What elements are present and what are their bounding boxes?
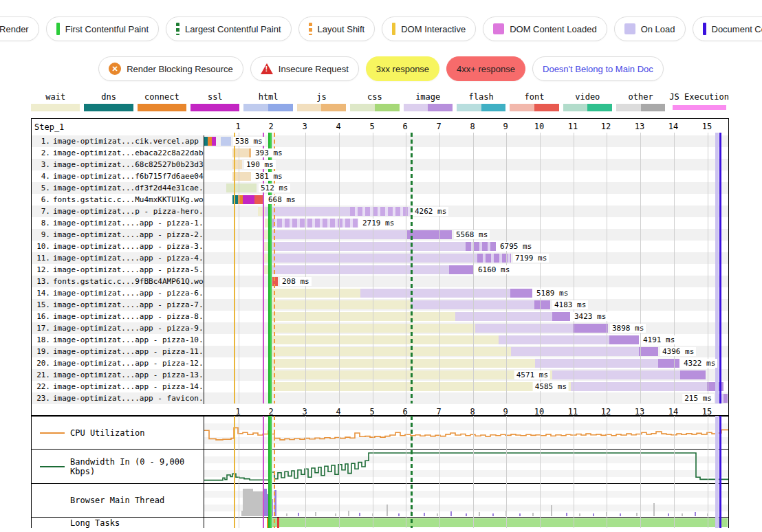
request-bar-segment-img_l <box>552 370 680 379</box>
request-url: image-optimizat....app - pizza-9.jpg <box>53 324 204 333</box>
axis-tick: 7 <box>436 407 441 417</box>
flag-pill-3xx-response[interactable]: 3xx response <box>366 56 439 81</box>
request-bar-track: 4183 ms <box>204 299 728 311</box>
request-number: 22. <box>32 381 50 392</box>
request-bar-segment-img_stripe_d <box>477 254 511 263</box>
request-duration: 3423 ms <box>572 312 608 321</box>
legend-label: Start Render <box>0 24 29 34</box>
request-label: 21.image-optimizat...app - pizza-13.jpg <box>32 369 204 381</box>
axis-tick: 12 <box>601 407 611 417</box>
request-bar-segment-wait <box>269 289 360 298</box>
request-duration: 5568 ms <box>454 230 490 239</box>
request-bar-segment-img_l <box>499 335 609 344</box>
request-url: image-optimizat...f6b715f7d6aee04.js <box>53 172 204 181</box>
main-thread-activity-bar <box>593 513 594 516</box>
legend-pill-start-render[interactable]: Start Render <box>0 16 39 41</box>
request-bar-segment-img_d <box>449 265 474 274</box>
legend-label: Largest Contentful Paint <box>185 24 281 34</box>
request-row[interactable]: 12.image-optimizat....app - pizza-5.jpg6… <box>32 264 728 276</box>
flag-pill-4xx-response[interactable]: 4xx+ response <box>446 56 525 81</box>
request-url: image-optimizat....app - pizza-8.jpg <box>53 312 204 321</box>
request-label: 19.image-optimizat...app - pizza-11.jpg <box>32 346 204 357</box>
request-row[interactable]: 16.image-optimizat....app - pizza-8.jpg3… <box>32 311 728 322</box>
main-thread-activity-bar <box>566 513 567 516</box>
request-duration: 381 ms <box>253 172 285 181</box>
request-url: image-optimizat...p - pizza-hero.jpg <box>53 207 204 216</box>
main-thread-activity-bar <box>272 499 273 516</box>
resource-color-swatch <box>350 104 399 111</box>
request-label: 22.image-optimizat...app - pizza-14.jpg <box>32 381 204 392</box>
request-row[interactable]: 8.image-optimizat....app - pizza-1.jpg27… <box>32 217 728 229</box>
resource-color-swatch <box>84 104 133 111</box>
legend-pill-layout-shift[interactable]: Layout Shift <box>298 16 375 41</box>
legend-pill-document-complete[interactable]: Document Complete <box>693 16 762 41</box>
request-bar-track: 6160 ms <box>204 264 728 276</box>
resource-color-swatch <box>616 104 665 111</box>
request-bar-segment-wait <box>269 335 499 344</box>
request-number: 18. <box>32 334 50 346</box>
request-bar-segment-img_d <box>407 230 452 239</box>
layout-shift-icon <box>309 23 312 35</box>
resource-legend-label: connect <box>144 92 179 102</box>
resource-legend-ssl: ssl <box>190 92 239 111</box>
request-row[interactable]: 11.image-optimizat....app - pizza-4.jpg7… <box>32 252 728 264</box>
request-row[interactable]: 6.fonts.gstatic.c...Mu4mxKKTU1Kg.woff266… <box>32 194 728 206</box>
request-url: image-optimizat....app - pizza-3.jpg <box>53 242 204 251</box>
request-label: 8.image-optimizat....app - pizza-1.jpg <box>32 217 204 229</box>
request-bar-segment-wait <box>265 219 270 228</box>
request-duration: 4322 ms <box>682 359 717 368</box>
request-row[interactable]: 19.image-optimizat...app - pizza-11.jpg4… <box>32 346 728 357</box>
legend-pill-largest-contentful-paint[interactable]: Largest Contentful Paint <box>166 16 291 41</box>
request-row[interactable]: 23.image-optimizat....app - favicon.ico2… <box>32 392 728 404</box>
main-thread-activity-bar <box>532 513 534 516</box>
resource-legend-label: css <box>367 92 382 102</box>
waterfall-top-axis: Step_1123456789101112131415 <box>32 119 728 135</box>
resource-legend-label: js <box>316 92 326 102</box>
request-row[interactable]: 2.image-optimizat...ebaca22c8a22dab.js39… <box>32 147 728 159</box>
request-label: 10.image-optimizat....app - pizza-3.jpg <box>32 241 204 252</box>
request-row[interactable]: 1.image-optimizat...cik.vercel.app - /53… <box>32 135 728 147</box>
request-bar-segment-img_stripe_d <box>466 242 496 251</box>
request-row[interactable]: 15.image-optimizat....app - pizza-7.jpg4… <box>32 299 728 311</box>
flag-pill-doesn-t-belong-to-main-doc[interactable]: Doesn't Belong to Main Doc <box>532 56 664 81</box>
axis-tick: 9 <box>503 122 508 131</box>
request-row[interactable]: 14.image-optimizat....app - pizza-6.jpg5… <box>32 287 728 299</box>
request-row[interactable]: 9.image-optimizat....app - pizza-2.jpg55… <box>32 229 728 241</box>
request-row[interactable]: 10.image-optimizat....app - pizza-3.jpg6… <box>32 241 728 252</box>
bandwidth-in-section-label: Bandwidth In (0 - 9,000 Kbps) <box>32 450 204 483</box>
legend-label: On Load <box>641 24 675 34</box>
legend-pill-first-contentful-paint[interactable]: First Contentful Paint <box>46 16 159 41</box>
resource-legend-label: html <box>259 92 279 102</box>
request-bar-segment-font_d <box>270 277 278 286</box>
request-number: 1. <box>32 135 50 147</box>
axis-tick: 3 <box>302 122 307 131</box>
legend-pill-dom-interactive[interactable]: DOM Interactive <box>382 16 476 41</box>
request-row[interactable]: 18.image-optimizat...app - pizza-10.jpg4… <box>32 334 728 346</box>
bandwidth-in-line <box>204 450 728 483</box>
flag-pill-insecure-request[interactable]: !Insecure Request <box>250 56 359 81</box>
request-row[interactable]: 17.image-optimizat....app - pizza-9.jpg3… <box>32 322 728 334</box>
legend-pill-dom-content-loaded[interactable]: DOM Content Loaded <box>483 16 607 41</box>
axis-tick: 11 <box>568 122 578 131</box>
request-row[interactable]: 4.image-optimizat...f6b715f7d6aee04.js38… <box>32 170 728 182</box>
legend-pill-on-load[interactable]: On Load <box>614 16 686 41</box>
request-row[interactable]: 3.image-optimizat...68c82527b0b23d3.js19… <box>32 159 728 170</box>
resource-color-swatch <box>190 104 239 111</box>
request-number: 17. <box>32 322 50 334</box>
flag-pill-render-blocking-resource[interactable]: ✕Render Blocking Resource <box>98 56 243 81</box>
request-row[interactable]: 22.image-optimizat...app - pizza-14.jpg4… <box>32 381 728 392</box>
resource-color-swatch <box>563 104 612 111</box>
request-row[interactable]: 13.fonts.gstatic.c...9fBBc4AMP61Q.woff22… <box>32 276 728 287</box>
request-row[interactable]: 21.image-optimizat...app - pizza-13.jpg4… <box>32 369 728 381</box>
main-thread-activity-bar <box>519 513 521 516</box>
request-duration: 2719 ms <box>360 219 396 228</box>
legend-label: First Contentful Paint <box>65 24 149 34</box>
request-row[interactable]: 7.image-optimizat...p - pizza-hero.jpg42… <box>32 206 728 217</box>
main-thread-activity-bar <box>348 511 349 516</box>
request-number: 5. <box>32 182 50 194</box>
render-blocking-icon: ✕ <box>109 63 121 75</box>
request-row[interactable]: 5.image-optimizat...df3f2d44e31cae.css51… <box>32 182 728 194</box>
request-duration: 4396 ms <box>660 347 696 356</box>
axis-tick: 6 <box>402 407 407 417</box>
request-row[interactable]: 20.image-optimizat...app - pizza-12.jpg4… <box>32 357 728 369</box>
